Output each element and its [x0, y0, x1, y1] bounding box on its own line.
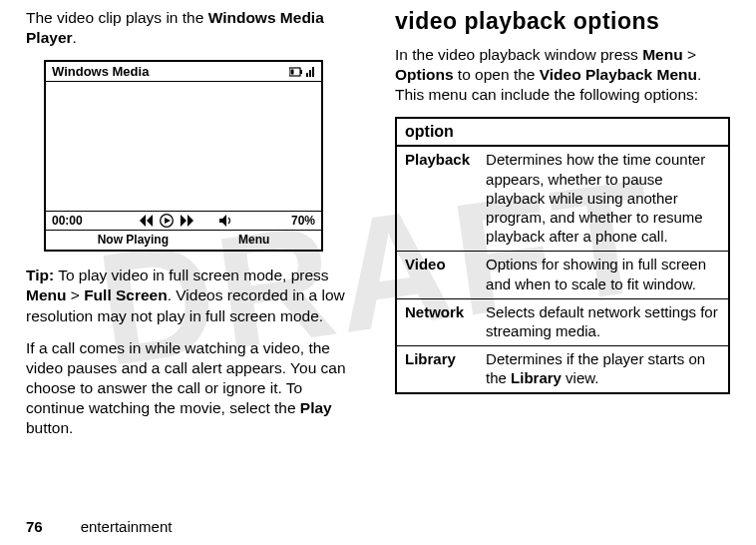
- next-icon: [180, 215, 193, 227]
- page-footer: 76entertainment: [26, 518, 172, 535]
- tip-label: Tip:: [26, 267, 54, 283]
- opt-desc: Options for showing in full screen and w…: [478, 252, 729, 298]
- svg-rect-1: [300, 70, 302, 74]
- svg-rect-3: [306, 73, 308, 77]
- softkey-now-playing: Now Playing: [98, 233, 169, 247]
- svg-marker-11: [188, 215, 193, 227]
- table-header-row: option: [396, 118, 729, 146]
- r-intro-mid: to open the: [454, 66, 540, 83]
- player-video-area: [46, 82, 321, 212]
- svg-rect-2: [291, 69, 294, 74]
- call-text2: button.: [26, 419, 73, 436]
- player-pct: 70%: [291, 214, 315, 228]
- right-intro-paragraph: In the video playback window press Menu …: [395, 45, 730, 105]
- player-transport: [140, 214, 233, 228]
- player-controls-row: 00:00 70%: [46, 212, 321, 231]
- player-title-text: Windows Media: [52, 64, 149, 79]
- table-row: Library Determines if the player starts …: [396, 346, 729, 394]
- call-text1: If a call comes in while watching a vide…: [26, 339, 346, 416]
- left-column: The video clip plays in the Windows Medi…: [26, 8, 361, 450]
- page-columns: The video clip plays in the Windows Medi…: [0, 0, 756, 450]
- play-icon: [160, 214, 174, 228]
- tip-full-screen: Full Screen: [84, 286, 168, 303]
- lib-desc-bold: Library: [511, 369, 562, 386]
- right-column: video playback options In the video play…: [395, 8, 730, 450]
- opt-name: Video: [396, 252, 478, 298]
- table-header: option: [396, 118, 729, 146]
- svg-marker-9: [165, 218, 171, 224]
- player-time: 00:00: [52, 214, 83, 228]
- opt-desc: Determines how the time counter appears,…: [478, 146, 729, 251]
- call-play: Play: [300, 399, 332, 416]
- r-intro-pre: In the video playback window press: [395, 46, 642, 63]
- options-table: option Playback Determines how the time …: [395, 117, 730, 394]
- svg-marker-10: [181, 215, 187, 227]
- player-softkeys: Now Playing Menu: [46, 231, 321, 250]
- table-row: Video Options for showing in full screen…: [396, 252, 729, 298]
- opt-desc: Selects default network settings for str…: [478, 298, 729, 345]
- battery-icon: [289, 67, 303, 77]
- intro-pre: The video clip plays in the: [26, 9, 208, 26]
- player-titlebar: Windows Media: [46, 62, 321, 82]
- tip-menu: Menu: [26, 286, 66, 303]
- opt-desc: Determines if the player starts on the L…: [478, 346, 729, 394]
- tip-gt: >: [66, 286, 84, 303]
- opt-name: Library: [396, 346, 478, 394]
- r-intro-menu: Menu: [642, 46, 682, 63]
- svg-rect-4: [309, 70, 311, 77]
- svg-marker-7: [147, 215, 153, 227]
- media-player-mock: Windows Media 00:00 70% Now: [44, 60, 323, 252]
- table-row: Network Selects default network settings…: [396, 298, 729, 345]
- section-heading: video playback options: [395, 8, 730, 35]
- opt-name: Network: [396, 298, 478, 345]
- svg-marker-12: [219, 215, 226, 227]
- footer-section: entertainment: [81, 518, 173, 535]
- prev-icon: [140, 215, 154, 227]
- opt-name: Playback: [396, 146, 478, 251]
- signal-icon: [306, 67, 315, 77]
- tip-text1: To play video in full screen mode, press: [54, 267, 328, 283]
- table-row: Playback Determines how the time counter…: [396, 146, 729, 251]
- r-intro-vpm: Video Playback Menu: [540, 66, 697, 83]
- lib-desc-post: view.: [562, 369, 599, 386]
- intro-paragraph: The video clip plays in the Windows Medi…: [26, 8, 361, 48]
- volume-icon: [219, 215, 233, 227]
- page-number: 76: [26, 518, 43, 535]
- intro-post: .: [73, 29, 77, 46]
- call-paragraph: If a call comes in while watching a vide…: [26, 338, 361, 439]
- tip-paragraph: Tip: To play video in full screen mode, …: [26, 266, 361, 325]
- r-intro-gt: >: [683, 46, 696, 63]
- player-title-icons: [289, 67, 315, 77]
- r-intro-options: Options: [395, 66, 454, 83]
- svg-marker-6: [140, 215, 146, 227]
- svg-rect-5: [312, 67, 314, 77]
- softkey-menu: Menu: [238, 233, 269, 247]
